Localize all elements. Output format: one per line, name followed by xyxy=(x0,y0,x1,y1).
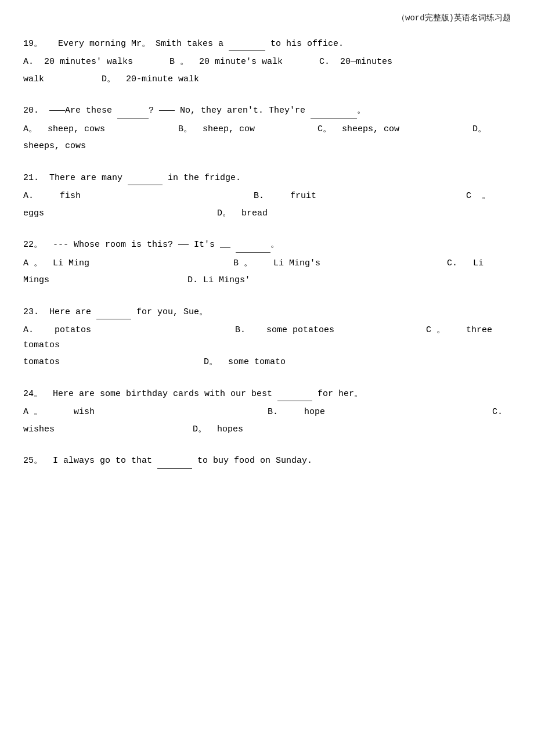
question-25-text: 25。 I always go to that to buy food on S… xyxy=(23,453,511,469)
blank-23 xyxy=(96,304,131,320)
question-20-options: A。 sheep, cows B。 sheep, cow C。 sheeps, … xyxy=(23,122,511,137)
question-24: 24。 Here are some birthday cards with ou… xyxy=(23,386,511,437)
question-19-text: 19。 Every morning Mr。 Smith takes a to h… xyxy=(23,36,511,52)
question-24-options: A 。 wish B. hope C. xyxy=(23,405,511,420)
question-23-text: 23. Here are for you, Sue。 xyxy=(23,304,511,320)
question-25: 25。 I always go to that to buy food on S… xyxy=(23,453,511,469)
question-20: 20. ———Are these ? ——— No, they aren't. … xyxy=(23,103,511,154)
blank-19 xyxy=(229,36,265,52)
question-21-options2: eggs D。 bread xyxy=(23,206,511,221)
question-22: 22。 --- Whose room is this? —— It's __ 。… xyxy=(23,237,511,288)
question-23: 23. Here are for you, Sue。 A. potatos B.… xyxy=(23,304,511,370)
question-21-options: A. fish B. fruit C 。 xyxy=(23,189,511,204)
page-header: （word完整版)英语名词练习题 xyxy=(23,12,511,26)
blank-25 xyxy=(157,453,192,469)
question-20-options2: sheeps, cows xyxy=(23,139,511,154)
question-19-options2: walk D。 20-minute walk xyxy=(23,72,511,87)
blank-21 xyxy=(128,170,163,186)
question-22-options: A 。 Li Ming B 。 Li Ming's C. Li xyxy=(23,256,511,271)
question-24-text: 24。 Here are some birthday cards with ou… xyxy=(23,386,511,402)
question-23-options2: tomatos D。 some tomato xyxy=(23,355,511,370)
question-23-options: A. potatos B. some potatoes C 。 three to… xyxy=(23,323,511,352)
header-title: （word完整版)英语名词练习题 xyxy=(397,13,511,23)
question-24-options2: wishes D。 hopes xyxy=(23,422,511,437)
question-21-text: 21. There are many in the fridge. xyxy=(23,170,511,186)
blank-24 xyxy=(277,386,312,402)
question-21: 21. There are many in the fridge. A. fis… xyxy=(23,170,511,221)
question-19-options: A. 20 minutes' walks B 。 20 minute's wal… xyxy=(23,55,511,70)
blank-20b xyxy=(311,103,357,118)
question-22-text: 22。 --- Whose room is this? —— It's __ 。 xyxy=(23,237,511,253)
blank-22 xyxy=(236,237,270,253)
question-20-text: 20. ———Are these ? ——— No, they aren't. … xyxy=(23,103,511,118)
question-22-options2: Mings D. Li Mings' xyxy=(23,273,511,288)
question-19: 19。 Every morning Mr。 Smith takes a to h… xyxy=(23,36,511,87)
blank-20a xyxy=(117,103,149,118)
